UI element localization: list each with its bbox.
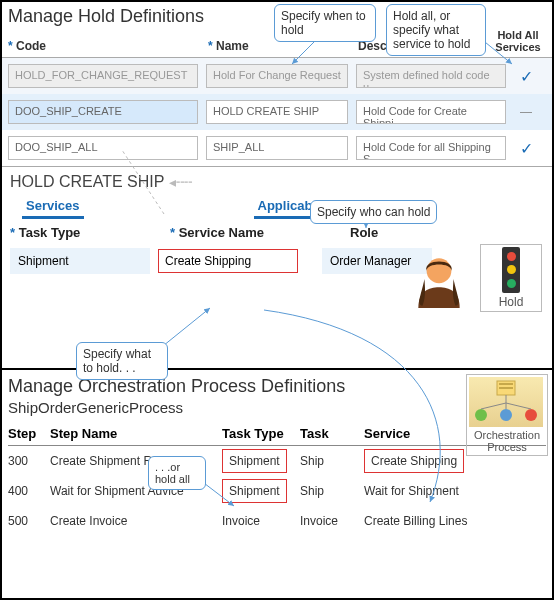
table-row: 500 Create Invoice Invoice Invoice Creat…	[8, 506, 546, 536]
callout-or-hold-all: . . .or hold all	[148, 456, 206, 490]
code-field: HOLD_FOR_CHANGE_REQUEST	[8, 64, 198, 88]
flowchart-icon	[469, 377, 543, 427]
service-highlighted: Create Shipping	[364, 449, 464, 473]
hold-all-check: ✓	[506, 139, 546, 158]
callout-what-to-hold: Specify what to hold. . .	[76, 342, 168, 380]
callout-who-can-hold: Specify who can hold	[310, 200, 437, 224]
hold-icon-button[interactable]: Hold	[480, 244, 542, 312]
table-row[interactable]: HOLD_FOR_CHANGE_REQUEST Hold For Change …	[2, 58, 552, 94]
callout-when-to-hold: Specify when to hold	[274, 4, 376, 42]
name-field[interactable]: SHIP_ALL	[206, 136, 348, 160]
name-field: Hold For Change Request	[206, 64, 348, 88]
svg-rect-2	[499, 383, 513, 385]
detail-title: HOLD CREATE SHIP ◂╌╌	[2, 167, 552, 191]
desc-field[interactable]: Hold Code for all Shipping S	[356, 136, 506, 160]
svg-point-4	[475, 409, 487, 421]
tab-services[interactable]: Services	[22, 195, 84, 219]
table-row-selected[interactable]: DOO_SHIP_CREATE HOLD CREATE SHIP Hold Co…	[2, 94, 552, 130]
service-name-cell: Create Shipping	[158, 249, 298, 273]
task-type-cell: Shipment	[10, 248, 150, 274]
dashed-arrow-icon: ◂╌╌	[169, 174, 192, 190]
person-icon	[408, 248, 470, 310]
table-row: 400 Wait for Shipment Advice Shipment Sh…	[8, 476, 546, 506]
name-field[interactable]: HOLD CREATE SHIP	[206, 100, 348, 124]
callout-what-service: Hold all, or specify what service to hol…	[386, 4, 486, 56]
code-field[interactable]: DOO_SHIP_CREATE	[8, 100, 198, 124]
hold-all-check: ✓	[506, 67, 546, 86]
code-field[interactable]: DOO_SHIP_ALL	[8, 136, 198, 160]
desc-field: System defined hold code u...	[356, 64, 506, 88]
svg-point-6	[525, 409, 537, 421]
task-type-highlighted: Shipment	[222, 449, 287, 473]
svg-point-5	[500, 409, 512, 421]
desc-field[interactable]: Hold Code for Create Shippi	[356, 100, 506, 124]
traffic-light-icon	[502, 247, 520, 293]
hold-all-check: —	[506, 105, 546, 119]
svg-rect-3	[499, 387, 513, 389]
task-type-highlighted: Shipment	[222, 479, 287, 503]
orchestration-process-icon[interactable]: Orchestration Process	[466, 374, 548, 456]
table-row[interactable]: DOO_SHIP_ALL SHIP_ALL Hold Code for all …	[2, 130, 552, 166]
